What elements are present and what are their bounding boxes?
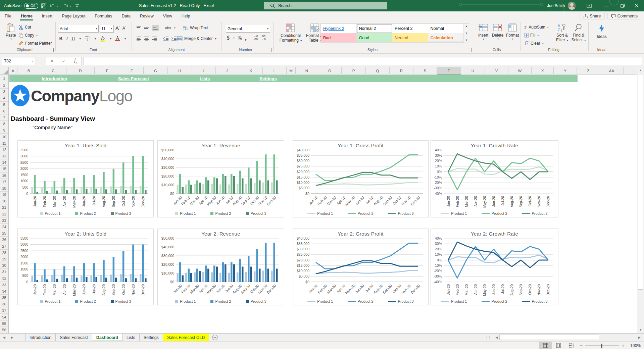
row-header-32[interactable]: 32 — [0, 275, 8, 282]
column-header-I[interactable]: I — [192, 67, 216, 74]
row-header-22[interactable]: 22 — [0, 211, 8, 217]
sheet-tab-dashboard[interactable]: Dashboard — [92, 334, 122, 341]
conditional-formatting-button[interactable]: Conditional Formatting ▾ — [278, 23, 303, 43]
chart-year-1-gross-profit[interactable]: Year 1: Gross Profit$0$5,000$10,000$15,0… — [293, 140, 429, 217]
scroll-down-arrow[interactable]: ▼ — [638, 327, 643, 333]
column-header-C[interactable]: C — [40, 67, 66, 74]
autosave-toggle[interactable]: Off — [24, 3, 38, 9]
restore-button[interactable] — [615, 0, 630, 11]
row-header-2[interactable]: 2 — [0, 82, 8, 89]
percent-style-icon[interactable]: % — [238, 35, 242, 41]
align-middle-icon[interactable] — [144, 26, 149, 30]
chart-year-1-units-sold[interactable]: Year 1: Units Sold0500100015002000250030… — [17, 140, 154, 217]
increase-decimal-icon[interactable]: ←0.00 — [253, 35, 258, 41]
ribbon-tab-page-layout[interactable]: Page Layout — [57, 11, 90, 21]
hscroll-right-arrow[interactable]: ▶ — [637, 336, 642, 339]
quick-access-toolbar-icon[interactable] — [75, 3, 80, 8]
comments-button[interactable]: Comments — [607, 13, 641, 19]
wrap-text-button[interactable]: abc Wrap Text — [183, 25, 208, 31]
ideas-button[interactable]: Ideas — [593, 23, 610, 39]
column-header-M[interactable]: M — [287, 67, 296, 74]
horizontal-scrollbar[interactable]: ⋮⋮ ◀ ▶ — [485, 333, 644, 341]
name-box[interactable]: T82▾ — [2, 57, 36, 65]
sort-filter-button[interactable]: AZ Sort & Filter ▾ — [554, 23, 570, 42]
styles-gallery-scroll[interactable]: ▲▼⊽ — [464, 23, 469, 43]
row-header-17[interactable]: 17 — [0, 179, 8, 185]
column-header-F[interactable]: F — [120, 67, 144, 74]
row-header-56[interactable]: 56 — [0, 327, 8, 333]
fill-button[interactable]: Fill▾ — [524, 32, 539, 38]
row-header-18[interactable]: 18 — [0, 185, 8, 192]
column-header-E[interactable]: E — [95, 67, 120, 74]
ribbon-tab-review[interactable]: Review — [135, 11, 158, 21]
chart-year-1-revenue[interactable]: Year 1: Revenue$0$10,000$20,000$30,000$4… — [157, 140, 284, 217]
row-header-29[interactable]: 29 — [0, 256, 8, 262]
column-header-D[interactable]: D — [66, 67, 95, 74]
font-color-icon[interactable]: A — [115, 36, 120, 42]
column-header-X[interactable]: X — [532, 67, 554, 74]
column-header-B[interactable]: B — [17, 67, 40, 74]
ribbon-tab-home[interactable]: Home — [16, 11, 37, 21]
orientation-dropdown[interactable]: ▾ — [174, 27, 176, 30]
new-sheet-button[interactable] — [209, 334, 220, 341]
row-header-36[interactable]: 36 — [0, 301, 8, 307]
cell-style-hyperlink-2[interactable]: Hyperlink 2 — [321, 24, 357, 33]
redo-icon[interactable] — [62, 3, 72, 8]
paste-button[interactable]: Paste ▾ — [5, 23, 17, 41]
sheet-grid[interactable]: IntroductionSales ForecastListsSettings … — [9, 74, 637, 333]
column-header-A[interactable]: A — [9, 67, 17, 74]
column-header-Q[interactable]: Q — [366, 67, 390, 74]
comma-style-icon[interactable]: , — [245, 35, 247, 42]
select-all-corner[interactable] — [0, 67, 9, 74]
column-header-O[interactable]: O — [318, 67, 342, 74]
row-header-5[interactable]: 5 — [0, 102, 8, 108]
fill-color-dropdown[interactable]: ▾ — [110, 37, 111, 40]
normal-view-button[interactable] — [539, 342, 552, 349]
row-header-24[interactable]: 24 — [0, 224, 8, 230]
row-header-3[interactable]: 3 — [0, 89, 8, 95]
column-header-J[interactable]: J — [216, 67, 239, 74]
font-family-select[interactable]: Arial▾ — [58, 25, 99, 33]
cell-style-normal[interactable]: Normal — [428, 24, 464, 33]
delete-cells-button[interactable]: Delete▾ — [491, 23, 505, 41]
banner-link-sales-forecast[interactable]: Sales Forecast — [118, 75, 149, 82]
row-header-35[interactable]: 35 — [0, 295, 8, 301]
column-header-U[interactable]: U — [461, 67, 485, 74]
row-header-28[interactable]: 28 — [0, 250, 8, 256]
cell-style-percent-2[interactable]: Percent 2 — [392, 24, 428, 33]
chart-year-2-units-sold[interactable]: Year 2: Units Sold0500100015002000250030… — [17, 229, 154, 305]
row-header-14[interactable]: 14 — [0, 159, 8, 166]
undo-icon[interactable] — [49, 3, 59, 8]
align-center-icon[interactable] — [144, 36, 149, 41]
chart-year-2-gross-profit[interactable]: Year 2: Gross Profit$0$5,000$10,000$15,0… — [293, 229, 429, 305]
banner-link-settings[interactable]: Settings — [259, 75, 277, 82]
column-header-S[interactable]: S — [413, 67, 437, 74]
row-header-21[interactable]: 21 — [0, 204, 8, 211]
fill-color-icon[interactable] — [100, 36, 106, 42]
column-header-G[interactable]: G — [144, 67, 168, 74]
sheet-nav-left-icon[interactable]: ◀ — [0, 334, 8, 341]
row-header-8[interactable]: 8 — [0, 121, 8, 127]
column-header-L[interactable]: L — [263, 67, 287, 74]
number-dialog-launcher[interactable] — [268, 48, 272, 52]
row-header-31[interactable]: 31 — [0, 269, 8, 275]
cancel-formula-icon[interactable]: × — [51, 58, 53, 64]
sheet-tab-introduction[interactable]: Introduction — [26, 334, 56, 341]
clear-button[interactable]: Clear▾ — [524, 40, 544, 46]
vertical-scroll-thumb[interactable] — [638, 75, 643, 290]
row-header-19[interactable]: 19 — [0, 192, 8, 198]
format-cells-button[interactable]: Format▾ — [505, 23, 519, 41]
ribbon-tab-data[interactable]: Data — [117, 11, 135, 21]
sheet-tab-sales-forecast-old[interactable]: Sales Forecast OLD — [163, 334, 209, 341]
chart-year-2-growth-rate[interactable]: Year 2: Growth Rate-40%-30%-20%-10%0%10%… — [431, 229, 558, 305]
autosum-button[interactable]: ΣAutoSum▾ — [524, 24, 549, 30]
search-input[interactable]: Search — [264, 2, 387, 9]
banner-link-introduction[interactable]: Introduction — [42, 75, 67, 82]
row-header-10[interactable]: 10 — [0, 134, 8, 140]
share-button[interactable]: Share — [580, 13, 604, 19]
hscroll-left-arrow[interactable]: ◀ — [494, 336, 499, 339]
row-header-6[interactable]: 6 — [0, 108, 8, 114]
clipboard-dialog-launcher[interactable] — [50, 48, 54, 52]
borders-dropdown[interactable]: ▾ — [95, 37, 96, 40]
column-header-R[interactable]: R — [390, 67, 413, 74]
